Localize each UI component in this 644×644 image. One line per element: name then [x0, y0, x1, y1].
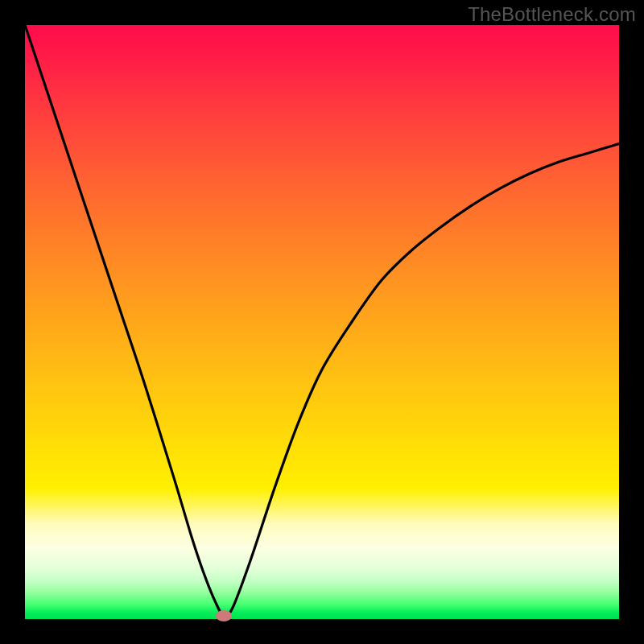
bottleneck-curve	[25, 25, 619, 619]
watermark-text: TheBottleneck.com	[468, 3, 636, 26]
optimal-point-marker	[216, 610, 232, 621]
